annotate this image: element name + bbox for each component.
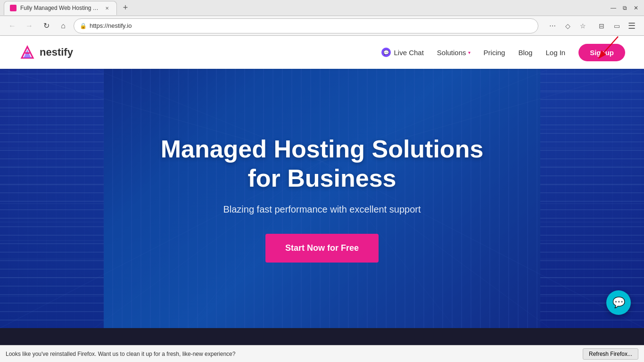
- logo[interactable]: nestify: [19, 44, 73, 61]
- minimize-button[interactable]: —: [609, 4, 618, 12]
- url-bar-actions: ⋯ ◇ ☆: [546, 19, 589, 33]
- forward-button[interactable]: →: [23, 19, 36, 33]
- hero-subtitle: Blazing fast performance with excellent …: [143, 204, 501, 215]
- browser-chrome: Fully Managed Web Hosting USA | ✕ + — ⧉ …: [0, 0, 644, 36]
- sidebar-button[interactable]: ▭: [610, 19, 623, 33]
- website-content: nestify 💬 Live Chat Solutions ▾ Pricing …: [0, 36, 644, 328]
- hero-section: Managed Hosting Solutions for Business B…: [0, 69, 644, 328]
- site-nav: nestify 💬 Live Chat Solutions ▾ Pricing …: [0, 36, 644, 69]
- new-tab-button[interactable]: +: [119, 1, 132, 15]
- chat-bubble-icon: 💬: [381, 48, 391, 57]
- browser-tab[interactable]: Fully Managed Web Hosting USA | ✕: [4, 1, 117, 15]
- nav-links: 💬 Live Chat Solutions ▾ Pricing Blog Log…: [381, 44, 625, 61]
- refresh-firefox-button[interactable]: Refresh Firefox...: [583, 348, 638, 360]
- nav-pricing[interactable]: Pricing: [484, 49, 505, 57]
- address-bar: ← → ↻ ⌂ 🔒 ⋯ ◇ ☆ ⊟ ▭ ☰: [0, 16, 644, 36]
- library-button[interactable]: ⊟: [595, 19, 608, 33]
- nav-blog[interactable]: Blog: [518, 49, 532, 57]
- hero-content: Managed Hosting Solutions for Business B…: [133, 134, 511, 263]
- signup-button[interactable]: Signup: [578, 44, 625, 61]
- bookmark-button[interactable]: ☆: [576, 19, 589, 33]
- browser-menu-button[interactable]: ☰: [625, 19, 638, 33]
- title-bar: Fully Managed Web Hosting USA | ✕ + — ⧉ …: [0, 0, 644, 16]
- tab-favicon: [10, 5, 17, 11]
- bottom-bar-message: Looks like you've reinstalled Firefox. W…: [6, 351, 577, 357]
- chat-widget-icon: 💬: [612, 296, 625, 309]
- url-bar[interactable]: 🔒: [74, 18, 538, 33]
- nav-solutions[interactable]: Solutions ▾: [437, 49, 471, 57]
- chevron-down-icon: ▾: [468, 50, 471, 55]
- window-controls: — ⧉ ✕: [609, 4, 640, 12]
- secure-icon: 🔒: [80, 23, 87, 29]
- restore-button[interactable]: ⧉: [620, 4, 629, 12]
- chat-widget[interactable]: 💬: [606, 290, 631, 315]
- back-button[interactable]: ←: [6, 19, 19, 33]
- logo-icon: [19, 44, 36, 61]
- tab-close-button[interactable]: ✕: [103, 4, 111, 12]
- nav-login[interactable]: Log In: [545, 49, 565, 57]
- hero-title: Managed Hosting Solutions for Business: [143, 134, 501, 193]
- browser-bottom-bar: Looks like you've reinstalled Firefox. W…: [0, 345, 644, 362]
- tab-title: Fully Managed Web Hosting USA |: [20, 5, 99, 11]
- more-button[interactable]: ⋯: [546, 19, 559, 33]
- cta-button[interactable]: Start Now for Free: [265, 234, 379, 263]
- pocket-button[interactable]: ◇: [561, 19, 574, 33]
- svg-rect-5: [25, 52, 30, 54]
- home-button[interactable]: ⌂: [57, 19, 70, 33]
- logo-text: nestify: [40, 46, 73, 58]
- nav-live-chat[interactable]: 💬 Live Chat: [381, 48, 423, 57]
- refresh-button[interactable]: ↻: [40, 19, 53, 33]
- close-button[interactable]: ✕: [632, 4, 640, 12]
- url-input[interactable]: [90, 22, 532, 29]
